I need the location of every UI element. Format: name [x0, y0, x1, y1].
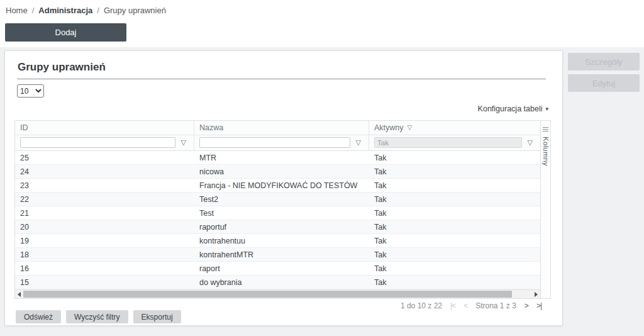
add-button[interactable]: Dodaj	[5, 23, 126, 42]
table-row[interactable]: 24 nicowa Tak	[15, 165, 540, 179]
cell-nazwa: kontrahentuu	[194, 234, 369, 247]
id-filter-funnel-icon[interactable]: ▽	[181, 139, 186, 146]
cell-id: 24	[15, 165, 194, 178]
cell-aktywny: Tak	[369, 193, 540, 206]
refresh-button[interactable]: Odśwież	[16, 310, 61, 323]
aktywny-filter-input	[374, 137, 522, 148]
cell-nazwa: MTR	[194, 151, 369, 164]
cell-nazwa: raportuf	[194, 220, 369, 233]
scrollbar-thumb[interactable]	[23, 291, 512, 298]
cell-aktywny: Tak	[369, 248, 540, 261]
cell-id: 21	[15, 206, 194, 220]
columns-tab-label: Kolumny	[542, 137, 550, 166]
cell-aktywny: Tak	[369, 262, 540, 275]
cell-nazwa: nicowa	[194, 165, 369, 178]
cell-id: 20	[15, 220, 194, 233]
table-config-label: Konfiguracja tabeli	[478, 104, 543, 113]
table-row[interactable]: 25 MTR Tak	[15, 151, 540, 165]
cell-aktywny: Tak	[369, 165, 540, 178]
cell-aktywny: Tak	[369, 276, 540, 289]
column-header-label: Nazwa	[199, 123, 223, 132]
column-header-label: Aktywny	[374, 123, 404, 132]
column-header-nazwa[interactable]: Nazwa	[194, 121, 369, 135]
data-table: ID Nazwa Aktywny ▽ ▽	[14, 120, 551, 299]
cell-aktywny: Tak	[369, 151, 540, 164]
details-button[interactable]: Szczegóły	[568, 53, 640, 70]
table-row[interactable]: 23 Francja - NIE MODYFIKOWAĆ DO TESTÓW T…	[15, 179, 540, 193]
table-filter-row: ▽ ▽ ▽	[15, 135, 540, 151]
table-header-row: ID Nazwa Aktywny ▽	[15, 121, 540, 135]
aktywny-filter-funnel-icon[interactable]: ▽	[528, 139, 533, 146]
previous-page-icon: <	[464, 301, 467, 310]
main-panel: Grupy uprawnień 10 Konfiguracja tabeli ▾…	[4, 50, 563, 326]
next-page-icon[interactable]: >	[525, 301, 528, 310]
cell-id: 16	[15, 262, 194, 275]
filter-funnel-icon: ▽	[408, 124, 413, 131]
table-row[interactable]: 22 Test2 Tak	[15, 193, 540, 206]
page-title: Grupy uprawnień	[18, 61, 106, 74]
column-header-id[interactable]: ID	[15, 121, 194, 135]
columns-panel-tab[interactable]: Kolumny	[540, 121, 550, 298]
cell-aktywny: Tak	[369, 179, 540, 192]
cell-id: 18	[15, 248, 194, 261]
columns-grip-icon	[543, 127, 548, 133]
filter-cell-aktywny: ▽	[369, 135, 540, 150]
first-page-icon: |<	[450, 301, 455, 310]
cell-id: 22	[15, 193, 194, 206]
export-button[interactable]: Eksportuj	[133, 310, 181, 323]
breadcrumb-current: Grupy uprawnień	[104, 6, 166, 15]
table-body: 25 MTR Tak 24 nicowa Tak 23 Francja - NI…	[15, 151, 540, 289]
pagination-range-text: 1 do 10 z 22	[401, 301, 442, 310]
last-page-icon[interactable]: >|	[536, 301, 541, 310]
pagination: 1 do 10 z 22 |< < Strona 1 z 3 > >|	[401, 301, 541, 310]
footer-buttons: Odśwież Wyczyść filtry Eksportuj	[16, 310, 181, 323]
nazwa-filter-input[interactable]	[199, 137, 350, 148]
table-row[interactable]: 20 raportuf Tak	[15, 220, 540, 234]
horizontal-scrollbar	[15, 289, 540, 298]
edit-button[interactable]: Edytuj	[568, 74, 640, 92]
scrollbar-track[interactable]	[23, 291, 532, 298]
cell-id: 15	[15, 276, 194, 289]
filter-cell-nazwa: ▽	[194, 135, 369, 150]
table-row[interactable]: 19 kontrahentuu Tak	[15, 234, 540, 248]
scroll-left-arrow-icon[interactable]	[15, 290, 23, 299]
cell-aktywny: Tak	[369, 234, 540, 247]
table-main: ID Nazwa Aktywny ▽ ▽	[15, 121, 540, 298]
id-filter-input[interactable]	[20, 137, 175, 148]
nazwa-filter-funnel-icon[interactable]: ▽	[356, 139, 361, 146]
scroll-right-arrow-icon[interactable]	[532, 290, 540, 299]
chevron-down-icon: ▾	[545, 106, 548, 112]
table-row[interactable]: 21 Test Tak	[15, 206, 540, 220]
table-row[interactable]: 18 kontrahentMTR Tak	[15, 248, 540, 262]
breadcrumb-home[interactable]: Home	[6, 6, 28, 15]
filter-cell-id: ▽	[15, 135, 194, 150]
cell-id: 25	[15, 151, 194, 164]
pagination-page-text: Strona 1 z 3	[475, 301, 516, 310]
breadcrumb-separator: /	[32, 6, 35, 15]
table-row[interactable]: 16 raport Tak	[15, 262, 540, 276]
cell-nazwa: raport	[194, 262, 369, 275]
table-row[interactable]: 15 do wybrania Tak	[15, 276, 540, 289]
cell-nazwa: kontrahentMTR	[194, 248, 369, 261]
cell-id: 23	[15, 179, 194, 192]
cell-nazwa: do wybrania	[194, 276, 369, 289]
page-size-select[interactable]: 10	[17, 84, 44, 98]
cell-nazwa: Test2	[194, 193, 369, 206]
breadcrumb: Home / Administracja / Grupy uprawnień	[6, 6, 166, 15]
breadcrumb-administracja[interactable]: Administracja	[38, 6, 92, 15]
table-config-dropdown[interactable]: Konfiguracja tabeli ▾	[478, 104, 548, 113]
column-header-aktywny[interactable]: Aktywny ▽	[369, 121, 540, 135]
breadcrumb-separator: /	[97, 6, 99, 15]
column-header-label: ID	[20, 123, 28, 132]
cell-aktywny: Tak	[369, 206, 540, 220]
cell-aktywny: Tak	[369, 220, 540, 233]
cell-nazwa: Francja - NIE MODYFIKOWAĆ DO TESTÓW	[194, 179, 369, 192]
title-divider	[17, 79, 546, 79]
cell-id: 19	[15, 234, 194, 247]
cell-nazwa: Test	[194, 206, 369, 220]
clear-filters-button[interactable]: Wyczyść filtry	[66, 310, 128, 323]
page: Home / Administracja / Grupy uprawnień D…	[0, 0, 644, 336]
